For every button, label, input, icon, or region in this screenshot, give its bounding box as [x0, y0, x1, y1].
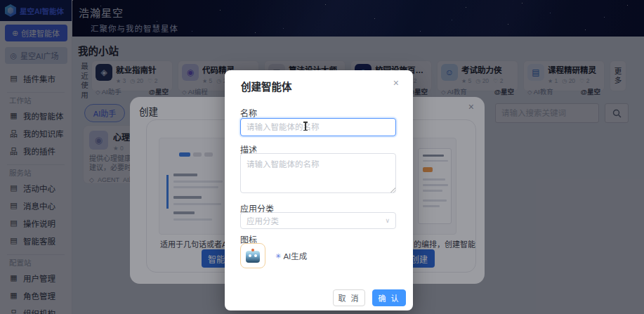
category-select[interactable]: 应用分类 ∨: [240, 212, 396, 229]
category-placeholder: 应用分类: [247, 215, 385, 226]
agent-name-input[interactable]: [240, 118, 396, 136]
confirm-button[interactable]: 确 认: [372, 289, 406, 306]
agent-description-textarea[interactable]: [240, 153, 396, 193]
close-icon[interactable]: ×: [393, 77, 399, 89]
text-cursor: [305, 122, 306, 131]
ai-generate-button[interactable]: ✳ AI生成: [275, 250, 307, 261]
robot-avatar-icon: [246, 251, 260, 263]
chevron-down-icon: ∨: [385, 217, 390, 224]
agent-icon-picker[interactable]: [240, 243, 265, 268]
sparkle-icon: ✳: [275, 252, 281, 260]
ai-generate-label: AI生成: [283, 250, 307, 261]
name-label: 名称: [240, 107, 257, 119]
cancel-button[interactable]: 取 消: [333, 289, 365, 306]
create-agent-modal: 创建智能体 × 名称 描述 应用分类 应用分类 ∨ 图标 ✳ AI生成 取 消 …: [225, 70, 413, 310]
modal-title: 创建智能体: [241, 79, 292, 93]
